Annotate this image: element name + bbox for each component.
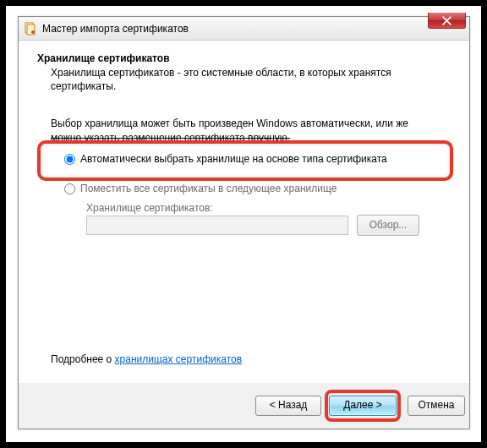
choice-prompt: Выбор хранилища может быть произведен Wi… [51,117,451,144]
prompt-line1: Выбор хранилища может быть произведен Wi… [51,117,408,129]
screenshot-frame: Мастер импорта сертификатов Хранилище се… [5,5,482,443]
dialog-window: Мастер импорта сертификатов Хранилище се… [18,16,470,429]
more-prefix: Подробнее о [51,353,115,365]
certificate-wizard-icon [24,22,37,36]
cancel-button[interactable]: Отмена [408,396,465,416]
prompt-line2: можно указать размещение сертификата вру… [51,132,290,144]
more-link[interactable]: хранилищах сертификатов [115,353,242,365]
close-button[interactable] [428,13,466,29]
section-description: Хранилища сертификатов - это системные о… [51,66,414,93]
radio-auto-label: Автоматически выбрать хранилище на основ… [80,153,387,165]
browse-button: Обзор... [357,215,419,236]
radio-auto-input[interactable] [64,154,75,165]
title-bar: Мастер импорта сертификатов [19,17,469,41]
dialog-body: Хранилище сертификатов Хранилища сертифи… [19,41,469,429]
more-info: Подробнее о хранилищах сертификатов [51,353,242,365]
radio-manual-input[interactable] [64,183,75,194]
next-button[interactable]: Далее > [329,396,397,416]
store-input [86,216,348,235]
radio-auto-select[interactable]: Автоматически выбрать хранилище на основ… [64,153,387,165]
radio-manual-select[interactable]: Поместить все сертификаты в следующее хр… [64,183,337,194]
back-button[interactable]: < Назад [255,396,321,416]
radio-manual-label: Поместить все сертификаты в следующее хр… [80,183,337,194]
svg-point-2 [31,30,35,34]
store-label: Хранилище сертификатов: [86,202,213,214]
window-title: Мастер импорта сертификатов [42,23,428,35]
section-title: Хранилище сертификатов [37,52,451,64]
footer: < Назад Далее > Отмена [19,383,469,429]
